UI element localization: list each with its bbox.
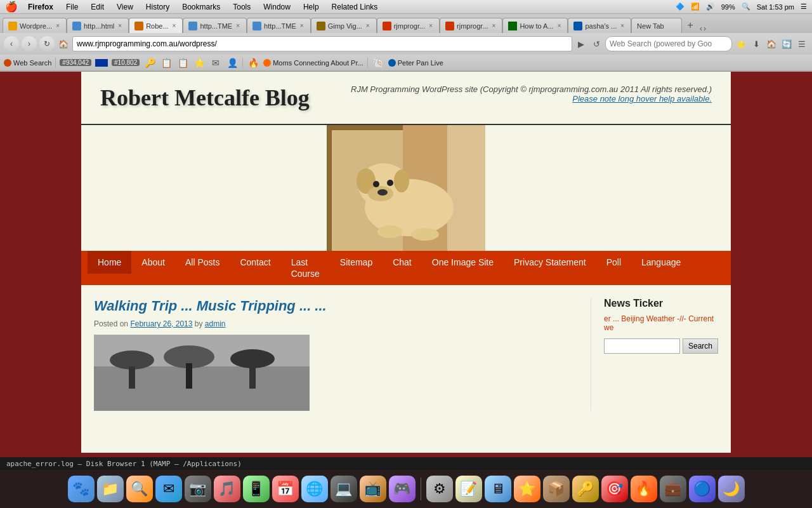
nav-item-sitemap[interactable]: Sitemap	[330, 251, 383, 285]
dock-monitor[interactable]: 🖥	[485, 476, 511, 502]
tab-close-7[interactable]: ×	[491, 22, 497, 29]
tab-4[interactable]: http...TME ×	[247, 18, 311, 33]
bookmark-clipboard2-icon[interactable]: 📋	[176, 57, 189, 69]
menu-related-links[interactable]: Related Links	[329, 3, 381, 11]
refresh-icon[interactable]: ↺	[590, 37, 603, 50]
nav-item-lastcourse[interactable]: LastCourse	[281, 251, 330, 285]
nav-item-home[interactable]: Home	[88, 251, 131, 285]
dock-circle[interactable]: 🔵	[689, 476, 716, 502]
dock-search[interactable]: 🔍	[126, 476, 153, 502]
news-search-button[interactable]: Search	[683, 338, 718, 354]
back-button[interactable]: ‹	[4, 36, 19, 51]
dock-folder[interactable]: 📁	[97, 476, 124, 502]
dock-notes[interactable]: 📝	[455, 476, 482, 502]
menu-edit[interactable]: Edit	[88, 3, 107, 11]
menu-window[interactable]: Window	[261, 3, 293, 11]
dock-browser[interactable]: 🌐	[301, 476, 328, 502]
bookmark-key-icon[interactable]: 🔑	[143, 57, 156, 69]
bookmark-user-icon[interactable]: 👤	[226, 57, 239, 69]
tab-9[interactable]: pasha's ... ×	[568, 18, 631, 33]
menu-view[interactable]: View	[114, 3, 136, 11]
post-author-link[interactable]: admin	[205, 319, 226, 328]
bookmark-shell-icon[interactable]: 🐚	[372, 57, 384, 69]
nav-settings-icon[interactable]: ☰	[796, 37, 808, 50]
tab-close-8[interactable]: ×	[556, 22, 563, 29]
tab-5[interactable]: Gimp Vig... ×	[311, 18, 377, 33]
dock-finder[interactable]: 🐾	[68, 476, 95, 502]
tab-close-4[interactable]: ×	[299, 22, 305, 29]
nav-item-about[interactable]: About	[131, 251, 175, 285]
help-link[interactable]: Please note long hover help available.	[572, 94, 712, 104]
tab-scroll-right[interactable]: ›	[704, 24, 706, 33]
post-date-link[interactable]: February 26, 2013	[130, 319, 192, 328]
nav-sync-icon[interactable]: 🔄	[780, 37, 793, 50]
tab-3[interactable]: http...TME ×	[183, 18, 247, 33]
bookmark-badge-1[interactable]: #934,042	[60, 59, 91, 66]
url-go-arrow[interactable]: ▶	[575, 37, 587, 50]
tab-scroll-left[interactable]: ‹	[700, 24, 702, 33]
app-menu-firefox[interactable]: Firefox	[25, 3, 56, 11]
dock-calendar[interactable]: 📅	[272, 476, 299, 502]
tab-close-1[interactable]: ×	[117, 22, 123, 29]
bookmark-star2-icon[interactable]: ⭐	[193, 57, 206, 69]
menu-help[interactable]: Help	[301, 3, 322, 11]
tab-8[interactable]: How to A... ×	[502, 18, 568, 33]
bookmark-badge-2[interactable]: #10,802	[112, 59, 140, 66]
bookmark-clipboard-icon[interactable]: 📋	[160, 57, 173, 69]
menu-tools[interactable]: Tools	[230, 3, 253, 11]
home-button[interactable]: 🏠	[57, 37, 70, 50]
menu-icon[interactable]: ☰	[801, 3, 807, 11]
tab-10[interactable]: New Tab	[631, 18, 682, 33]
tab-close-6[interactable]: ×	[428, 22, 434, 29]
nav-home-icon[interactable]: 🏠	[765, 37, 778, 50]
nav-item-allposts[interactable]: All Posts	[175, 251, 230, 285]
news-search-input[interactable]	[604, 338, 680, 354]
search-icon[interactable]: 🔍	[742, 3, 750, 11]
nav-item-chat[interactable]: Chat	[383, 251, 422, 285]
dock-terminal[interactable]: 💻	[331, 476, 357, 502]
nav-item-language[interactable]: Language	[631, 251, 691, 285]
search-input[interactable]	[605, 36, 732, 51]
tab-1[interactable]: http...html ×	[67, 18, 129, 33]
dock-phone[interactable]: 📱	[243, 476, 270, 502]
url-bar[interactable]	[72, 36, 572, 51]
reload-button[interactable]: ↻	[39, 36, 55, 51]
dock-music[interactable]: 🎵	[214, 476, 240, 502]
nav-item-oneimage[interactable]: One Image Site	[422, 251, 504, 285]
tab-close-9[interactable]: ×	[619, 22, 625, 29]
dock-fire[interactable]: 🔥	[631, 476, 657, 502]
dock-target[interactable]: 🎯	[601, 476, 628, 502]
nav-item-privacy[interactable]: Privacy Statement	[504, 251, 596, 285]
menu-history[interactable]: History	[143, 3, 172, 11]
post-title[interactable]: Walking Trip ... Music Tripping ... ...	[94, 298, 578, 314]
tab-close-5[interactable]: ×	[365, 22, 371, 29]
bookmark-fire-icon[interactable]: 🔥	[247, 57, 259, 69]
tab-close-0[interactable]: ×	[55, 22, 61, 29]
menu-bookmarks[interactable]: Bookmarks	[180, 3, 223, 11]
menu-file[interactable]: File	[63, 3, 81, 11]
tab-6[interactable]: rjmprogr... ×	[377, 18, 440, 33]
tab-2-active[interactable]: Robe... ×	[129, 18, 183, 33]
bookmark-mail-icon[interactable]: ✉	[209, 57, 222, 69]
nav-item-poll[interactable]: Poll	[596, 251, 631, 285]
nav-item-contact[interactable]: Contact	[230, 251, 280, 285]
dock-briefcase[interactable]: 💼	[660, 476, 686, 502]
bookmark-star[interactable]: ⭐	[735, 37, 747, 50]
dock-game[interactable]: 🎮	[389, 476, 416, 502]
bookmark-peterpan[interactable]: Peter Pan Live	[388, 59, 443, 67]
dock-moon[interactable]: 🌙	[718, 476, 745, 502]
dock-package[interactable]: 📦	[543, 476, 570, 502]
new-tab-button[interactable]: +	[682, 18, 698, 33]
dock-star[interactable]: ⭐	[514, 476, 540, 502]
dock-key[interactable]: 🔑	[572, 476, 599, 502]
dock-settings[interactable]: ⚙	[426, 476, 453, 502]
dock-mail[interactable]: ✉	[155, 476, 182, 502]
apple-menu[interactable]: 🍎	[5, 1, 18, 13]
dock-video[interactable]: 📺	[360, 476, 386, 502]
tab-close-2[interactable]: ×	[171, 22, 178, 29]
tab-0[interactable]: Wordpre... ×	[3, 18, 67, 33]
tab-close-3[interactable]: ×	[235, 22, 241, 29]
tab-7[interactable]: rjmprogr... ×	[440, 18, 502, 33]
dock-camera[interactable]: 📷	[185, 476, 211, 502]
download-icon[interactable]: ⬇	[750, 37, 763, 50]
